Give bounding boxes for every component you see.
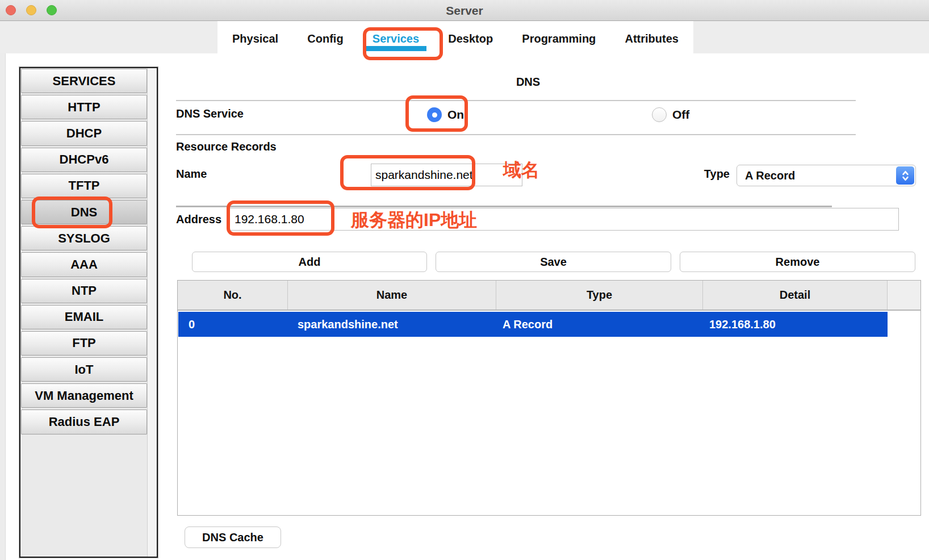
radio-off-label: Off	[672, 108, 689, 122]
name-input[interactable]: sparkandshine.net	[371, 164, 522, 186]
dns-service-off-option: Off	[652, 107, 689, 122]
sidebar-item-email[interactable]: EMAIL	[21, 305, 147, 329]
tab-desktop[interactable]: Desktop	[448, 32, 493, 45]
up-down-chevrons-icon	[902, 170, 909, 182]
cell-no: 0	[178, 318, 288, 331]
sidebar-item-dhcp[interactable]: DHCP	[21, 121, 147, 145]
sidebar-item-ftp[interactable]: FTP	[21, 331, 147, 356]
type-dropdown[interactable]: A Record	[736, 165, 916, 186]
sidebar-item-vm-management[interactable]: VM Management	[21, 383, 147, 408]
cell-type: A Record	[497, 318, 704, 331]
annotation-text-domain: 域名	[503, 158, 539, 183]
dns-cache-button[interactable]: DNS Cache	[185, 526, 281, 548]
sidebar-item-dns-label: DNS	[71, 205, 97, 220]
dropdown-stepper-icon	[896, 166, 914, 185]
address-label: Address	[176, 213, 221, 226]
column-header-filler	[888, 281, 920, 310]
dns-panel-title: DNS	[176, 76, 880, 89]
tab-config[interactable]: Config	[307, 32, 343, 45]
dns-service-label: DNS Service	[176, 107, 244, 120]
title-bar: Server	[0, 0, 929, 21]
table-header-row: No. Name Type Detail	[178, 281, 920, 311]
address-input[interactable]: 192.168.1.80	[228, 208, 899, 231]
separator-line	[176, 134, 856, 135]
column-header-detail: Detail	[703, 281, 888, 310]
services-sidebar: SERVICES HTTP DHCP DHCPv6 TFTP DNS SYSLO…	[19, 67, 158, 558]
sidebar-item-radius-eap[interactable]: Radius EAP	[21, 409, 147, 434]
tab-strip: Physical Config Services Desktop Program…	[217, 21, 693, 53]
add-button[interactable]: Add	[192, 252, 427, 272]
radio-on-label: On	[447, 108, 464, 122]
sidebar-item-dhcpv6[interactable]: DHCPv6	[21, 148, 147, 172]
tab-programming[interactable]: Programming	[522, 32, 596, 45]
window-left-margin	[0, 53, 6, 560]
radio-on-selected[interactable]	[427, 107, 442, 122]
sidebar-item-dns[interactable]: DNS	[21, 200, 147, 224]
save-button[interactable]: Save	[436, 252, 671, 272]
sidebar-scrollbar[interactable]	[147, 68, 157, 557]
dns-service-on-option: On	[427, 107, 464, 122]
cell-name: sparkandshine.net	[288, 318, 497, 331]
table-row-selected[interactable]: 0 sparkandshine.net A Record 192.168.1.8…	[178, 312, 888, 337]
column-header-no: No.	[178, 281, 288, 310]
window-title: Server	[0, 0, 929, 21]
remove-button[interactable]: Remove	[680, 252, 915, 272]
tab-services-label: Services	[373, 32, 419, 45]
tab-band: Physical Config Services Desktop Program…	[0, 21, 929, 53]
separator-line	[176, 206, 832, 207]
sidebar-item-http[interactable]: HTTP	[21, 95, 147, 119]
name-label: Name	[176, 168, 207, 181]
resource-records-table: No. Name Type Detail 0 sparkandshine.net…	[177, 280, 921, 516]
address-input-value: 192.168.1.80	[235, 212, 304, 226]
sidebar-item-tftp[interactable]: TFTP	[21, 174, 147, 198]
resource-records-label: Resource Records	[176, 140, 277, 153]
type-label: Type	[679, 168, 730, 181]
column-header-type: Type	[496, 281, 703, 310]
sidebar-item-ntp[interactable]: NTP	[21, 279, 147, 303]
tab-services[interactable]: Services	[373, 32, 419, 45]
sidebar-item-aaa[interactable]: AAA	[21, 252, 147, 277]
name-input-value: sparkandshine.net	[375, 168, 473, 182]
separator-line	[176, 100, 856, 101]
sidebar-item-syslog[interactable]: SYSLOG	[21, 226, 147, 250]
radio-off-unselected[interactable]	[652, 107, 667, 122]
sidebar-item-services[interactable]: SERVICES	[21, 69, 147, 93]
active-tab-indicator	[365, 46, 426, 51]
sidebar-item-iot[interactable]: IoT	[21, 357, 147, 382]
type-dropdown-value: A Record	[745, 169, 795, 182]
sidebar-items: SERVICES HTTP DHCP DHCPv6 TFTP DNS SYSLO…	[21, 69, 147, 434]
column-header-name: Name	[288, 281, 496, 310]
tab-attributes[interactable]: Attributes	[625, 32, 679, 45]
tab-physical[interactable]: Physical	[232, 32, 278, 45]
annotation-text-server-ip: 服务器的IP地址	[351, 208, 477, 233]
cell-detail: 192.168.1.80	[704, 318, 888, 331]
